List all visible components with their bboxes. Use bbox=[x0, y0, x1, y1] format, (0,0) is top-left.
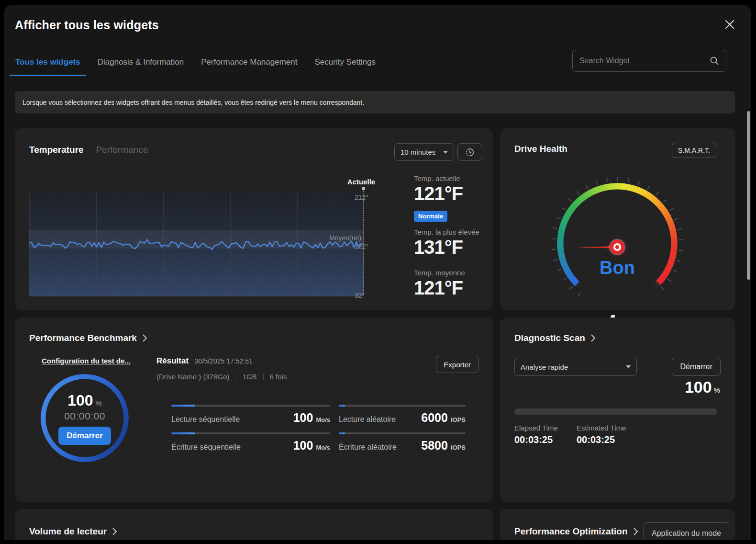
elapsed-time-value: 00:03:25 bbox=[514, 434, 553, 445]
tab-bar: Tous les widgetsDiagnosis & InformationP… bbox=[10, 55, 381, 76]
benchmark-config-link[interactable]: Configuration du test de... bbox=[42, 357, 131, 365]
highest-temp-label: Temp. la plus élevée bbox=[414, 228, 479, 236]
metric-track bbox=[171, 405, 330, 407]
metric-fill bbox=[171, 405, 195, 407]
widget-performance-benchmark: Performance Benchmark Configuration du t… bbox=[15, 317, 493, 502]
metric-value: 100 bbox=[293, 411, 313, 425]
tab-performance-management[interactable]: Performance Management bbox=[195, 55, 303, 76]
chevron-right-icon bbox=[143, 334, 147, 342]
temperature-controls: 10 minutes bbox=[394, 143, 482, 161]
health-gauge: Bon 4To Écrit bbox=[550, 176, 684, 310]
smart-button[interactable]: S.M.A.R.T. bbox=[672, 143, 716, 158]
time-range-dropdown[interactable]: 10 minutes bbox=[394, 143, 454, 161]
drive-health-title: Drive Health bbox=[514, 144, 567, 154]
benchmark-title-text: Performance Benchmark bbox=[29, 333, 137, 343]
benchmark-start-button[interactable]: Démarrer bbox=[58, 427, 111, 445]
tab-temperature[interactable]: Temperature bbox=[29, 145, 84, 155]
temperature-widget-tabs: Temperature Performance bbox=[29, 145, 148, 155]
apply-mode-button[interactable]: Application du mode bbox=[644, 522, 729, 540]
chevron-down-icon bbox=[443, 151, 448, 154]
chevron-down-icon bbox=[626, 365, 631, 368]
widget-performance-optimization: Performance Optimization Application du … bbox=[500, 509, 735, 540]
diagnostic-start-button[interactable]: Démarrer bbox=[672, 358, 721, 376]
elapsed-time-label: Elapsed Time bbox=[514, 424, 558, 432]
metric-random-read: Lecture aléatoire 6000IOPS bbox=[339, 405, 466, 425]
estimated-time-label: Estimated Time bbox=[577, 424, 626, 432]
chevron-right-icon bbox=[112, 528, 117, 535]
estimated-time-value: 00:03:25 bbox=[577, 434, 615, 445]
metric-unit: Mo/s bbox=[316, 444, 330, 451]
result-date: 30/5/2025 17:52:51 bbox=[195, 357, 253, 365]
metric-value: 100 bbox=[293, 439, 313, 453]
chart-cursor-handle[interactable] bbox=[362, 187, 365, 190]
widget-temperature: Temperature Performance 10 minutes Moyen… bbox=[15, 128, 493, 310]
metric-track bbox=[171, 432, 330, 434]
benchmark-progress-unit: % bbox=[96, 399, 102, 407]
diagnostic-progress-bar bbox=[514, 408, 717, 415]
highest-temp-value: 131°F bbox=[414, 238, 463, 257]
metric-track bbox=[339, 432, 466, 434]
benchmark-title[interactable]: Performance Benchmark bbox=[29, 333, 147, 343]
time-range-value: 10 minutes bbox=[400, 148, 435, 156]
current-temp-label: Temp. actuelle bbox=[414, 174, 460, 182]
current-temp-value: 121°F bbox=[414, 184, 463, 203]
benchmark-result-header: Résultat 30/5/2025 17:52:51 bbox=[156, 356, 253, 366]
metric-fill bbox=[339, 432, 345, 434]
ytick-212: 212° bbox=[355, 193, 368, 201]
chart-cursor-label: Actuelle bbox=[340, 178, 383, 186]
widget-drive-health: Drive Health S.M.A.R.T. Bon 4To Écrit bbox=[500, 128, 735, 310]
ytick-122: 122° bbox=[355, 242, 368, 250]
test-size: 1GB bbox=[243, 373, 257, 381]
export-button[interactable]: Exporter bbox=[436, 356, 478, 373]
divider bbox=[236, 374, 236, 380]
metric-unit: IOPS bbox=[451, 444, 466, 451]
scrollbar-thumb[interactable] bbox=[747, 111, 750, 280]
drive-volume-title[interactable]: Volume de lecteur bbox=[29, 526, 117, 537]
metric-sequential-write: Écriture séquentielle 100Mo/s bbox=[171, 432, 330, 453]
benchmark-elapsed: 00:00:00 bbox=[64, 410, 105, 422]
result-label: Résultat bbox=[156, 356, 189, 366]
divider bbox=[263, 374, 264, 380]
diagnostic-progress: 100 % bbox=[685, 378, 720, 397]
chevron-right-icon bbox=[634, 528, 638, 535]
status-badge: Normale bbox=[414, 211, 447, 222]
diagnostic-progress-pct: 100 bbox=[685, 378, 712, 397]
search-icon[interactable] bbox=[710, 56, 719, 66]
benchmark-progress-circle: 100 % 00:00:00 Démarrer bbox=[41, 374, 129, 462]
performance-optimization-title[interactable]: Performance Optimization bbox=[514, 526, 638, 537]
ytick-32: 32° bbox=[355, 292, 365, 299]
health-status: Bon bbox=[550, 258, 684, 278]
scan-mode-dropdown[interactable]: Analyse rapide bbox=[514, 358, 637, 376]
diagnostic-title[interactable]: Diagnostic Scan bbox=[514, 333, 595, 343]
diagnostic-progress-unit: % bbox=[714, 386, 720, 394]
tab-tous-les-widgets[interactable]: Tous les widgets bbox=[10, 55, 86, 76]
benchmark-progress-pct: 100 bbox=[67, 392, 93, 409]
widget-diagnostic-scan: Diagnostic Scan Analyse rapide Démarrer … bbox=[500, 317, 735, 502]
gauge-hub bbox=[610, 240, 624, 254]
drive-info: (Drive Name:) (378Go) bbox=[156, 373, 230, 381]
average-series-label: Moyen(ne) bbox=[329, 234, 361, 242]
tab-performance[interactable]: Performance bbox=[96, 145, 148, 155]
tab-diagnosis-information[interactable]: Diagnosis & Information bbox=[92, 55, 189, 76]
scan-mode-value: Analyse rapide bbox=[521, 363, 568, 371]
metric-value: 6000 bbox=[421, 411, 448, 425]
info-banner-text: Lorsque vous sélectionnez des widgets of… bbox=[22, 99, 364, 106]
search-input[interactable] bbox=[579, 57, 706, 65]
drive-health-title-text: Drive Health bbox=[514, 144, 567, 154]
tab-security-settings[interactable]: Security Settings bbox=[309, 55, 381, 76]
close-icon[interactable] bbox=[723, 18, 736, 31]
widgets-modal: Afficher tous les widgets Tous les widge… bbox=[4, 5, 751, 540]
metric-sequential-read: Lecture séquentielle 100Mo/s bbox=[171, 405, 330, 425]
metric-label: Lecture aléatoire bbox=[339, 415, 396, 424]
chevron-right-icon bbox=[591, 334, 595, 342]
metric-label: Lecture séquentielle bbox=[171, 415, 240, 424]
drive-volume-title-text: Volume de lecteur bbox=[29, 526, 107, 537]
metric-track bbox=[339, 405, 466, 407]
search-widget-box[interactable] bbox=[572, 50, 726, 72]
widget-drive-volume: Volume de lecteur bbox=[15, 509, 493, 540]
benchmark-test-params: (Drive Name:) (378Go) 1GB 6 fois bbox=[156, 373, 287, 381]
history-button[interactable] bbox=[457, 143, 482, 161]
metric-random-write: Écriture aléatoire 5800IOPS bbox=[339, 432, 466, 453]
diagnostic-title-text: Diagnostic Scan bbox=[514, 333, 585, 343]
metric-label: Écriture aléatoire bbox=[339, 443, 397, 452]
